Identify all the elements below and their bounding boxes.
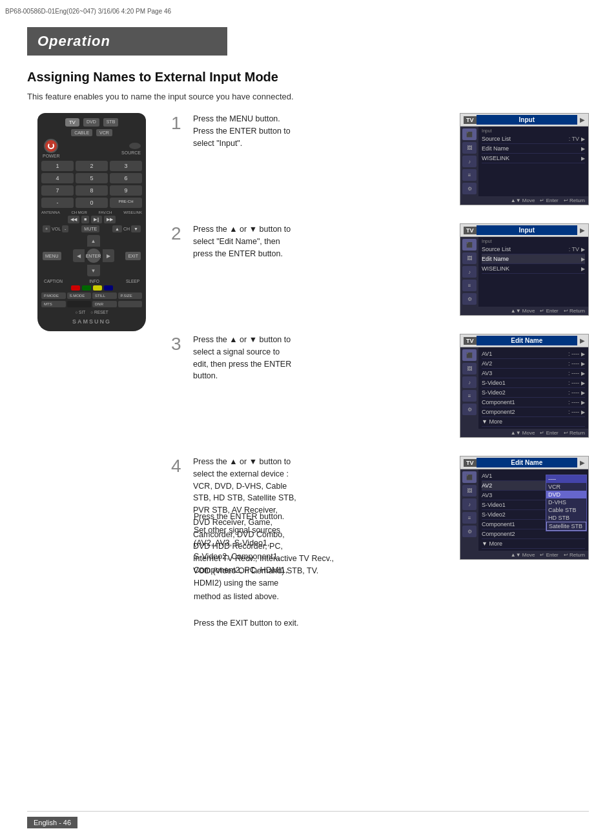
tv-icon-picture-1: 🖼	[462, 142, 477, 154]
remote-ff-button[interactable]: ▶▶	[104, 216, 116, 223]
tv-screen-step2: TV Input ▶ ⬛ 🖼 ♪ ≡ ⚙ Input So	[460, 223, 589, 316]
remote-smode-button[interactable]: S.MODE	[67, 292, 92, 299]
step4-para1: Press the ENTER button. Set other signal…	[194, 510, 589, 603]
remote-btn-dash[interactable]: -	[41, 198, 74, 208]
remote-yellow-button[interactable]	[93, 285, 102, 291]
remote-mts-button[interactable]: MTS	[41, 301, 66, 307]
remote-btn-7[interactable]: 7	[41, 185, 74, 196]
tv-icon-sound-3: ♪	[462, 376, 477, 388]
tv-screen-header-4: TV Edit Name ▶	[460, 456, 588, 469]
remote-play-button[interactable]: ▶‖	[91, 216, 102, 223]
dpad-left-button[interactable]: ◀	[73, 249, 85, 262]
tv-screen-title-4: Edit Name	[477, 458, 577, 467]
remote-btn-4[interactable]: 4	[41, 173, 74, 183]
ch-label: CH	[123, 227, 130, 231]
remote-tv-button[interactable]: TV	[65, 118, 79, 127]
remote-vcr-chip[interactable]: VCR	[96, 129, 112, 136]
favch-label: FAV.CH	[99, 210, 112, 214]
remote-dnr-button[interactable]: DNR	[92, 301, 117, 307]
remote-mode-row2: MTS DNR	[41, 301, 142, 307]
remote-enter-button[interactable]: ENTER	[87, 249, 101, 263]
tv-icon-input-4: ⬛	[462, 471, 477, 483]
remote-top-row: TV DVD STB	[41, 118, 142, 127]
remote-sit-reset-row: ○ SIT ○ RESET	[41, 310, 142, 314]
step-3: 3 Press the ▲ or ▼ button toselect a sig…	[171, 334, 589, 438]
step-3-text: Press the ▲ or ▼ button toselect a signa…	[193, 334, 452, 382]
step-1-number: 1	[171, 114, 187, 132]
tv-icon-picture-3: 🖼	[462, 363, 477, 374]
remote-btn-6[interactable]: 6	[110, 173, 142, 183]
caption-label: CAPTION	[44, 279, 63, 283]
remote-empty2-button	[118, 301, 143, 307]
step4-para2: Press the EXIT button to exit.	[194, 617, 589, 630]
remote-stop-button[interactable]: ■	[81, 216, 89, 223]
dpad-up-button[interactable]: ▲	[87, 235, 100, 247]
remote-area: TV DVD STB CABLE VCR POWER SOURCE 1 2	[27, 113, 156, 513]
tv-screen-title-1: Input	[477, 115, 577, 125]
remote-body: TV DVD STB CABLE VCR POWER SOURCE 1 2	[37, 113, 146, 331]
remote-dpad: ▲ ◀ ENTER ▶ ▼	[73, 235, 114, 276]
remote-stb-chip[interactable]: STB	[103, 118, 119, 127]
remote-btn-8[interactable]: 8	[76, 185, 108, 196]
header-file-info: BP68-00586D-01Eng(026~047) 3/16/06 4:20 …	[5, 8, 171, 15]
antenna-label: ANTENNA	[41, 210, 60, 214]
dpad-down-button[interactable]: ▼	[87, 265, 100, 276]
source-label: SOURCE	[121, 150, 141, 155]
remote-green-button[interactable]	[82, 285, 91, 291]
tv-icon-channel-1: ≡	[462, 169, 477, 181]
tv-nav-return-3: ↩ Return	[564, 430, 585, 436]
remote-mute-button[interactable]: MUTE	[81, 225, 99, 232]
tv-right-content-1: Input Source List : TV ▶ Edit Name ▶ WIS…	[478, 127, 588, 196]
remote-vol-up[interactable]: +	[43, 225, 50, 232]
tv-icon-sound-4: ♪	[462, 498, 477, 510]
operation-title: Operation	[37, 33, 110, 50]
remote-btn-1[interactable]: 1	[41, 161, 74, 171]
tv-sidebar-3: ⬛ 🖼 ♪ ≡ ⚙ AV1 : ---- ▶ AV2	[460, 347, 588, 429]
remote-number-grid: 1 2 3 4 5 6 7 8 9 - 0 PRE-CH	[41, 161, 142, 208]
remote-blue-button[interactable]	[104, 285, 113, 291]
tv-sidebar-1: ⬛ 🖼 ♪ ≡ ⚙ Input Source List : TV ▶	[460, 127, 588, 196]
remote-btn-3[interactable]: 3	[110, 161, 142, 171]
tv-nav-move-3: ▲▼ Move	[511, 430, 535, 436]
tv-icon-setup-3: ⚙	[462, 404, 477, 415]
remote-mode-row: P.MODE S.MODE STILL P.SIZE	[41, 292, 142, 299]
remote-cable-chip[interactable]: CABLE	[71, 129, 92, 136]
tv-menu-row-svideo1-3: S-Video1 : ---- ▶	[482, 378, 585, 388]
remote-vol-down[interactable]: -	[62, 225, 68, 232]
dpad-right-button[interactable]: ▶	[103, 249, 114, 262]
remote-rew-button[interactable]: ◀◀	[68, 216, 79, 223]
tv-nav-enter-1: ↵ Enter	[540, 198, 558, 203]
tv-screen-step1: TV Input ▶ ⬛ 🖼 ♪ ≡ ⚙ Input So	[460, 113, 589, 205]
tv-dropdown-4: ---- VCR DVD D-VHS Cable STB HD STB Sate…	[546, 475, 587, 531]
remote-power-button[interactable]	[44, 139, 58, 153]
remote-red-button[interactable]	[71, 285, 80, 291]
tv-icon-input-3: ⬛	[462, 349, 477, 361]
remote-ch-up[interactable]: ▲	[112, 225, 122, 232]
tv-bottom-bar-1: ▲▼ Move ↵ Enter ↩ Return	[460, 196, 588, 205]
step-2-content: Press the ▲ or ▼ button toselect "Edit N…	[193, 223, 589, 316]
footer: English - 46	[27, 811, 589, 828]
remote-btn-0[interactable]: 0	[76, 198, 108, 208]
remote-dvd-chip[interactable]: DVD	[83, 118, 99, 127]
tv-icon-input-2: ⬛	[462, 239, 477, 251]
footer-badge: English - 46	[27, 817, 77, 828]
remote-btn-2[interactable]: 2	[76, 161, 108, 171]
remote-still-button[interactable]: STILL	[92, 292, 117, 299]
remote-menu-button[interactable]: MENU	[43, 252, 61, 260]
remote-btn-5[interactable]: 5	[76, 173, 108, 183]
remote-exit-button[interactable]: EXIT	[125, 252, 141, 260]
remote-dpad-area: MENU ▲ ◀ ENTER ▶ ▼ EXIT	[43, 235, 141, 276]
tv-icon-setup-2: ⚙	[462, 293, 477, 305]
tv-left-icons-1: ⬛ 🖼 ♪ ≡ ⚙	[460, 127, 478, 196]
step-1-content: Press the MENU button.Press the ENTER bu…	[193, 113, 589, 205]
tv-menu-row-sourcelist-2: Source List : TV ▶	[482, 245, 585, 254]
remote-pmode-button[interactable]: P.MODE	[41, 292, 66, 299]
remote-psize-button[interactable]: P.SIZE	[118, 292, 143, 299]
tv-screen-step3: TV Edit Name ▶ ⬛ 🖼 ♪ ≡ ⚙ AV1	[460, 334, 589, 438]
remote-btn-prech[interactable]: PRE-CH	[110, 198, 142, 208]
remote-ch-down[interactable]: ▼	[131, 225, 141, 232]
tv-icon-setup-1: ⚙	[462, 183, 477, 194]
remote-btn-9[interactable]: 9	[110, 185, 142, 196]
dropdown-item-hdstb: HD STB	[546, 514, 586, 522]
sit-label: ○ SIT	[75, 310, 85, 314]
